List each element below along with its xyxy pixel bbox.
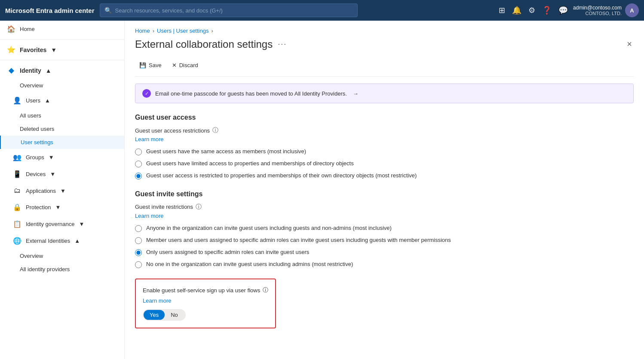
guest-access-option-0[interactable]: Guest users have the same access as memb… (135, 148, 634, 155)
guest-access-option-2-label: Guest user access is restricted to prope… (146, 172, 417, 180)
avatar[interactable]: A (625, 3, 639, 17)
feedback-icon[interactable]: 💬 (558, 6, 568, 15)
ext-overview-label: Overview (20, 253, 43, 259)
banner-arrow[interactable]: → (353, 90, 359, 97)
guest-invite-radio-0[interactable] (135, 225, 142, 232)
breadcrumb-sep-2: › (211, 28, 213, 34)
more-options-button[interactable]: ··· (278, 40, 287, 49)
discard-icon: ✕ (172, 62, 177, 68)
toggle-no[interactable]: No (165, 310, 184, 320)
guest-access-radio-2[interactable] (135, 173, 142, 180)
breadcrumb: Home › Users | User settings › (135, 28, 634, 34)
sidebar-identity-governance-section[interactable]: 📋 Identity governance ▼ (0, 216, 124, 232)
identity-icon: ◆ (7, 66, 15, 74)
save-button[interactable]: 💾 Save (135, 59, 166, 71)
guest-invite-option-1[interactable]: Member users and users assigned to speci… (135, 236, 634, 244)
settings-icon[interactable]: ⚙ (528, 6, 535, 15)
guest-invite-option-2[interactable]: Only users assigned to specific admin ro… (135, 248, 634, 256)
sidebar-sub-deleted-users[interactable]: Deleted users (0, 122, 124, 136)
save-icon: 💾 (139, 62, 146, 68)
applications-icon: 🗂 (13, 187, 21, 195)
discard-label: Discard (179, 62, 198, 68)
sidebar-users-section[interactable]: 👤 Users ▲ (0, 92, 124, 109)
user-settings-label: User settings (21, 139, 53, 145)
sidebar-groups-section[interactable]: 👥 Groups ▼ (0, 149, 124, 166)
sidebar-sub-user-settings[interactable]: User settings (0, 136, 124, 149)
guest-access-radio-0[interactable] (135, 149, 142, 155)
search-box[interactable]: 🔍 (100, 3, 358, 17)
breadcrumb-home[interactable]: Home (135, 28, 150, 34)
users-icon: 👤 (13, 96, 21, 105)
chevron-up-icon: ▲ (46, 67, 52, 74)
sidebar-sub-ext-overview[interactable]: Overview (0, 249, 124, 263)
sidebar-protection-section[interactable]: 🔒 Protection ▼ (0, 199, 124, 216)
save-label: Save (149, 62, 162, 68)
notification-icon[interactable]: 🔔 (512, 6, 521, 15)
brand-title: Microsoft Entra admin center (5, 7, 95, 14)
page-title: External collaboration settings (135, 38, 273, 50)
search-icon: 🔍 (104, 7, 112, 14)
self-service-toggle[interactable]: Yes No (143, 309, 186, 321)
guest-access-learn-more[interactable]: Learn more (135, 136, 163, 142)
guest-invite-option-0-label: Anyone in the organization can invite gu… (146, 224, 392, 232)
breadcrumb-sep-1: › (153, 28, 154, 34)
topbar-icons: ⊞ 🔔 ⚙ ❓ 💬 (499, 6, 568, 15)
guest-invite-option-1-label: Member users and users assigned to speci… (146, 236, 451, 244)
search-input[interactable] (115, 7, 353, 14)
self-service-section: Enable guest self-service sign up via us… (135, 279, 276, 328)
protection-icon: 🔒 (13, 203, 21, 211)
portal-icon[interactable]: ⊞ (499, 6, 505, 15)
home-icon: 🏠 (7, 25, 15, 33)
help-icon[interactable]: ❓ (542, 6, 552, 15)
page-header: External collaboration settings ··· × (135, 37, 634, 51)
identity-governance-label: Identity governance (26, 221, 74, 227)
self-service-learn-more[interactable]: Learn more (143, 297, 268, 304)
guest-invite-radio-2[interactable] (135, 249, 142, 256)
info-banner: ✓ Email one-time passcode for guests has… (135, 84, 634, 103)
governance-icon: 📋 (13, 220, 21, 228)
guest-access-radio-group: Guest users have the same access as memb… (135, 148, 634, 180)
guest-access-option-1[interactable]: Guest users have limited access to prope… (135, 160, 634, 167)
sidebar-identity[interactable]: ◆ Identity ▲ (0, 62, 124, 79)
guest-invite-learn-more[interactable]: Learn more (135, 213, 163, 219)
self-service-label-text: Enable guest self-service sign up via us… (143, 287, 260, 294)
guest-invite-info-icon[interactable]: ⓘ (196, 203, 202, 211)
divider-1 (0, 39, 124, 40)
guest-invite-field-label: Guest invite restrictions ⓘ (135, 203, 634, 211)
breadcrumb-users-settings[interactable]: Users | User settings (157, 28, 209, 34)
sidebar-external-identities-section[interactable]: 🌐 External Identities ▲ (0, 232, 124, 249)
guest-invite-option-0[interactable]: Anyone in the organization can invite gu… (135, 224, 634, 232)
discard-button[interactable]: ✕ Discard (168, 59, 202, 71)
self-service-info-icon[interactable]: ⓘ (263, 286, 268, 294)
guest-invite-radio-group: Anyone in the organization can invite gu… (135, 224, 634, 269)
guest-access-label-text: Guest user access restrictions (135, 127, 210, 134)
sidebar-sub-all-users[interactable]: All users (0, 109, 124, 122)
external-identities-icon: 🌐 (13, 237, 21, 245)
users-chevron-icon: ▲ (45, 97, 50, 104)
sidebar-favorites[interactable]: ⭐ Favorites ▼ (0, 41, 124, 58)
guest-invite-option-3[interactable]: No one in the organization can invite gu… (135, 260, 634, 268)
guest-invite-radio-1[interactable] (135, 237, 142, 244)
guest-invite-radio-3[interactable] (135, 261, 142, 268)
applications-chevron-icon: ▼ (60, 188, 66, 194)
users-section-label: Users (26, 97, 40, 104)
sidebar-sub-overview[interactable]: Overview (0, 79, 124, 92)
all-identity-providers-label: All identity providers (20, 266, 70, 272)
user-info[interactable]: admin@contoso.com CONTOSO, LTD. A (573, 3, 639, 17)
banner-message: Email one-time passcode for guests has b… (155, 90, 347, 97)
guest-access-radio-1[interactable] (135, 161, 142, 167)
user-org: CONTOSO, LTD. (573, 11, 622, 16)
user-email: admin@contoso.com (573, 5, 622, 11)
banner-icon: ✓ (142, 89, 151, 98)
chevron-down-icon: ▼ (51, 46, 57, 53)
guest-access-option-2[interactable]: Guest user access is restricted to prope… (135, 172, 634, 180)
sidebar-applications-section[interactable]: 🗂 Applications ▼ (0, 183, 124, 199)
sidebar-sub-all-identity-providers[interactable]: All identity providers (0, 263, 124, 276)
guest-invite-label-text: Guest invite restrictions (135, 204, 193, 210)
toggle-yes[interactable]: Yes (144, 310, 165, 320)
topbar: Microsoft Entra admin center 🔍 ⊞ 🔔 ⚙ ❓ 💬… (0, 0, 644, 21)
sidebar-item-home[interactable]: 🏠 Home (0, 21, 124, 37)
guest-access-info-icon[interactable]: ⓘ (212, 127, 218, 134)
close-button[interactable]: × (625, 37, 634, 51)
sidebar-devices-section[interactable]: 📱 Devices ▼ (0, 166, 124, 183)
